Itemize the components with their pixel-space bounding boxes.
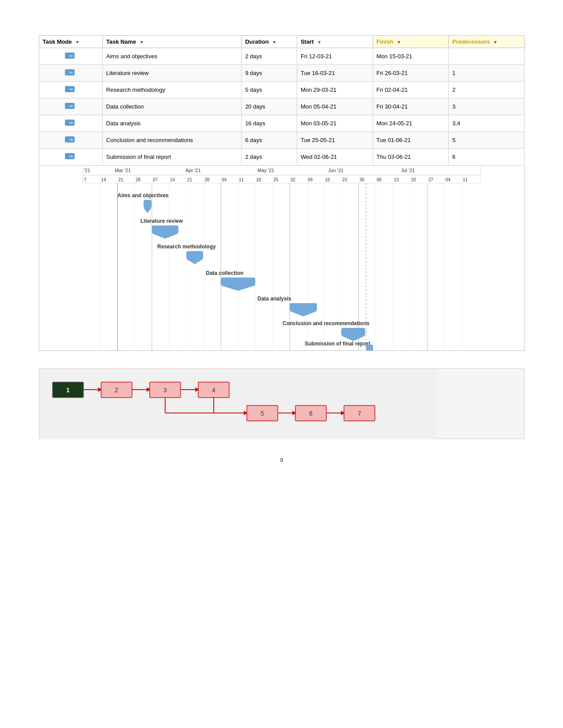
task-mode-icon: ⇒	[64, 85, 77, 94]
svg-text:23: 23	[342, 177, 348, 182]
svg-text:⇒: ⇒	[69, 103, 73, 109]
svg-text:2: 2	[115, 387, 118, 394]
table-row: ⇒ Literature review 9 days Tue 16-03-21 …	[39, 65, 524, 82]
svg-text:⇒: ⇒	[69, 120, 73, 125]
svg-text:Aims and objectives: Aims and objectives	[117, 192, 169, 199]
svg-marker-77	[186, 259, 203, 264]
table-row: ⇒ Aims and objectives 2 days Fri 12-03-2…	[39, 48, 524, 65]
svg-text:20: 20	[411, 177, 416, 182]
svg-text:28: 28	[204, 177, 210, 182]
svg-text:16: 16	[325, 177, 330, 182]
svg-text:02: 02	[291, 177, 296, 182]
svg-text:May '21: May '21	[257, 168, 274, 173]
svg-text:7: 7	[84, 177, 87, 182]
svg-rect-88	[366, 345, 373, 351]
task-finish-cell: Thu 03-06-21	[373, 149, 449, 165]
network-diagram-section: 1 2 3 4	[39, 368, 525, 439]
task-mode-icon: ⇒	[64, 51, 77, 60]
svg-text:Data collection: Data collection	[206, 270, 243, 276]
svg-text:06: 06	[377, 177, 382, 182]
task-start-cell: Tue 25-05-21	[297, 132, 373, 149]
task-start-cell: Mon 05-04-21	[297, 98, 373, 115]
svg-text:18: 18	[256, 177, 261, 182]
svg-text:11: 11	[239, 177, 244, 182]
svg-text:⇒: ⇒	[69, 137, 73, 142]
svg-text:1: 1	[66, 387, 70, 394]
gantt-table: Task Mode ▼ Task Name ▼ Duration ▼ Start…	[39, 35, 525, 165]
task-name-cell: Data collection	[102, 98, 242, 115]
svg-text:09: 09	[308, 177, 313, 182]
sort-arrow-start[interactable]: ▼	[317, 40, 321, 45]
svg-text:⇒: ⇒	[69, 53, 73, 58]
task-duration-cell: 16 days	[242, 115, 297, 132]
svg-text:Jul '21: Jul '21	[401, 168, 415, 173]
task-predecessors-cell	[449, 48, 524, 65]
task-start-cell: Mon 03-05-21	[297, 115, 373, 132]
svg-text:Data analysis: Data analysis	[257, 296, 291, 302]
svg-marker-74	[152, 233, 178, 239]
svg-text:Literature review: Literature review	[140, 218, 183, 224]
svg-text:Submission of final report: Submission of final report	[305, 341, 370, 347]
task-name-cell: Data analysis	[102, 115, 242, 132]
sort-arrow-duration[interactable]: ▼	[272, 40, 276, 45]
task-duration-cell: 6 days	[242, 132, 297, 149]
task-finish-cell: Tue 01-06-21	[373, 132, 449, 149]
task-mode-icon-cell: ⇒	[39, 82, 102, 98]
svg-text:7: 7	[358, 410, 361, 417]
task-mode-icon-cell: ⇒	[39, 98, 102, 115]
svg-text:5: 5	[261, 410, 264, 417]
svg-text:04: 04	[222, 177, 227, 182]
task-finish-cell: Fri 30-04-21	[373, 98, 449, 115]
svg-rect-85	[341, 328, 365, 336]
svg-text:21: 21	[187, 177, 193, 182]
task-mode-icon: ⇒	[64, 152, 77, 161]
svg-text:21: 21	[118, 177, 124, 182]
svg-rect-73	[152, 225, 178, 233]
svg-text:13: 13	[394, 177, 399, 182]
task-mode-icon-cell: ⇒	[39, 132, 102, 149]
sort-arrow-task-mode[interactable]: ▼	[75, 40, 79, 45]
task-duration-cell: 9 days	[242, 65, 297, 82]
svg-rect-21	[83, 175, 480, 183]
task-mode-icon-cell: ⇒	[39, 149, 102, 165]
svg-text:6: 6	[309, 410, 313, 417]
svg-text:04: 04	[446, 177, 451, 182]
header-task-mode: Task Mode ▼	[39, 36, 102, 48]
table-row: ⇒ Research methodology 5 days Mon 29-03-…	[39, 82, 524, 98]
svg-rect-90	[39, 369, 437, 439]
svg-text:07: 07	[153, 177, 158, 182]
task-name-cell: Conclusion and recommendations	[102, 132, 242, 149]
network-diagram-svg: 1 2 3 4	[39, 369, 437, 439]
svg-text:'21: '21	[84, 168, 90, 173]
task-duration-cell: 2 days	[242, 149, 297, 165]
svg-text:14: 14	[101, 177, 106, 182]
task-mode-icon: ⇒	[64, 101, 77, 110]
task-mode-icon-cell: ⇒	[39, 48, 102, 65]
task-finish-cell: Fri 02-04-21	[373, 82, 449, 98]
svg-text:⇒: ⇒	[69, 70, 73, 75]
task-finish-cell: Mon 15-03-21	[373, 48, 449, 65]
table-row: ⇒ Data analysis 16 days Mon 03-05-21 Mon…	[39, 115, 524, 132]
header-finish: Finish ▼	[373, 36, 449, 48]
svg-rect-76	[186, 251, 203, 259]
sort-arrow-predecessors[interactable]: ▼	[493, 40, 498, 45]
svg-text:Mar '21: Mar '21	[115, 168, 131, 173]
page-number: 9	[39, 457, 525, 463]
svg-text:28: 28	[136, 177, 141, 182]
task-mode-icon: ⇒	[64, 118, 77, 127]
task-predecessors-cell: 6	[449, 149, 524, 165]
svg-text:Conclusion and recommendations: Conclusion and recommendations	[283, 320, 370, 326]
svg-text:4: 4	[212, 387, 215, 394]
svg-marker-83	[290, 311, 317, 316]
task-name-cell: Research methodology	[102, 82, 242, 98]
svg-text:27: 27	[428, 177, 434, 182]
task-name-cell: Literature review	[102, 65, 242, 82]
gantt-chart-svg: '21 Mar '21 Apr '21 May '21 Jun '21 Jul …	[39, 165, 524, 351]
sort-arrow-finish[interactable]: ▼	[397, 40, 401, 45]
svg-text:11: 11	[463, 177, 468, 182]
sort-arrow-task-name[interactable]: ▼	[140, 40, 144, 45]
svg-text:⇒: ⇒	[69, 154, 73, 159]
task-predecessors-cell: 2	[449, 82, 524, 98]
task-name-cell: Submission of final report	[102, 149, 242, 165]
svg-marker-71	[144, 208, 151, 213]
